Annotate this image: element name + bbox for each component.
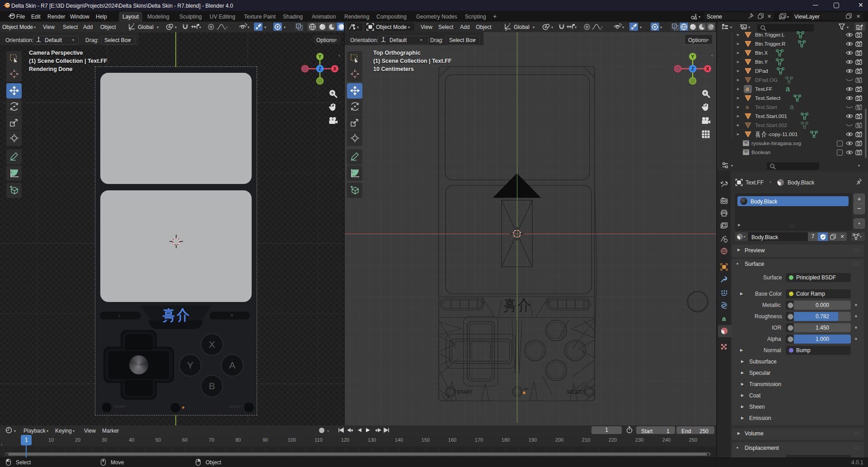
- svg-text:SELECT: SELECT: [567, 389, 586, 395]
- svg-text:Z: Z: [691, 66, 694, 71]
- svg-text:Y: Y: [318, 54, 322, 59]
- svg-text:X: X: [706, 66, 709, 71]
- svg-text:FF: FF: [524, 387, 529, 391]
- svg-text:START: START: [457, 389, 473, 395]
- svg-text:X: X: [333, 66, 337, 71]
- svg-text:Z: Z: [319, 66, 322, 71]
- svg-text:Y: Y: [691, 54, 694, 59]
